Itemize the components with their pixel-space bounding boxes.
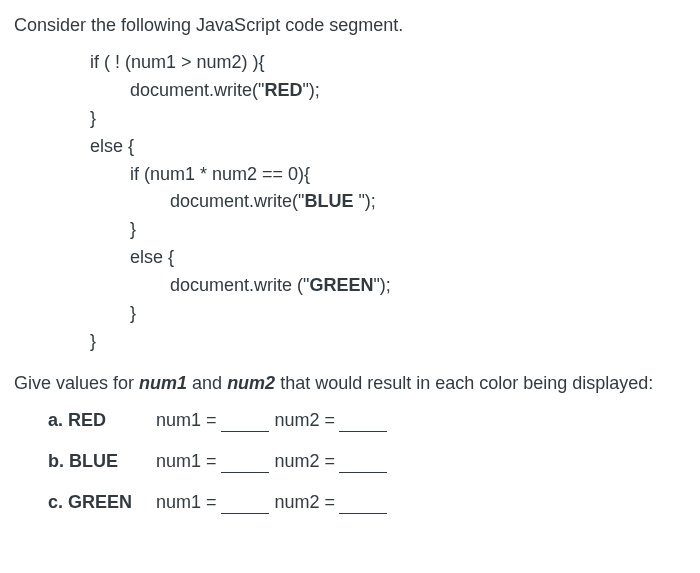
answer-label-c: c. GREEN — [48, 489, 156, 516]
num2-label: num2 = — [275, 489, 336, 516]
prompt-post: that would result in each color being di… — [275, 373, 653, 393]
code-keyword-blue: BLUE — [304, 191, 358, 211]
code-text: "); — [358, 191, 375, 211]
num1-label: num1 = — [156, 489, 217, 516]
prompt-var-num1: num1 — [139, 373, 187, 393]
prompt-mid: and — [187, 373, 227, 393]
code-text: "); — [302, 80, 319, 100]
code-line: document.write ("GREEN"); — [90, 272, 690, 300]
code-text: "); — [373, 275, 390, 295]
blank-input-b-num1[interactable] — [221, 453, 269, 473]
question-container: Consider the following JavaScript code s… — [0, 0, 700, 540]
blank-input-a-num1[interactable] — [221, 412, 269, 432]
num2-label: num2 = — [275, 407, 336, 434]
answer-row-a: a. RED num1 = num2 = — [48, 407, 690, 434]
blank-input-a-num2[interactable] — [339, 412, 387, 432]
prompt-var-num2: num2 — [227, 373, 275, 393]
answer-eq: num1 = — [156, 489, 273, 516]
answer-row-c: c. GREEN num1 = num2 = — [48, 489, 690, 516]
blank-input-c-num2[interactable] — [339, 494, 387, 514]
blank-input-b-num2[interactable] — [339, 453, 387, 473]
prompt-text: Give values for num1 and num2 that would… — [14, 370, 690, 397]
code-block: if ( ! (num1 > num2) ){ document.write("… — [90, 49, 690, 356]
code-line: } — [90, 328, 690, 356]
answers-block: a. RED num1 = num2 = b. BLUE num1 = num2… — [48, 407, 690, 516]
code-line: document.write("RED"); — [90, 77, 690, 105]
num1-label: num1 = — [156, 448, 217, 475]
answer-eq: num2 = — [275, 489, 392, 516]
answer-eq: num2 = — [275, 407, 392, 434]
answer-eq: num1 = — [156, 407, 273, 434]
blank-input-c-num1[interactable] — [221, 494, 269, 514]
answer-eq: num1 = — [156, 448, 273, 475]
code-line: document.write("BLUE "); — [90, 188, 690, 216]
code-line: else { — [90, 244, 690, 272]
num1-label: num1 = — [156, 407, 217, 434]
code-line: else { — [90, 133, 690, 161]
code-line: } — [90, 216, 690, 244]
code-line: if (num1 * num2 == 0){ — [90, 161, 690, 189]
code-text: document.write(" — [90, 80, 264, 100]
answer-row-b: b. BLUE num1 = num2 = — [48, 448, 690, 475]
code-line: if ( ! (num1 > num2) ){ — [90, 49, 690, 77]
code-line: } — [90, 300, 690, 328]
code-keyword-green: GREEN — [309, 275, 373, 295]
answer-eq: num2 = — [275, 448, 392, 475]
intro-text: Consider the following JavaScript code s… — [14, 12, 690, 39]
num2-label: num2 = — [275, 448, 336, 475]
code-line: } — [90, 105, 690, 133]
code-keyword-red: RED — [264, 80, 302, 100]
prompt-pre: Give values for — [14, 373, 139, 393]
answer-label-a: a. RED — [48, 407, 156, 434]
code-text: document.write (" — [90, 275, 309, 295]
answer-label-b: b. BLUE — [48, 448, 156, 475]
code-text: document.write(" — [90, 191, 304, 211]
